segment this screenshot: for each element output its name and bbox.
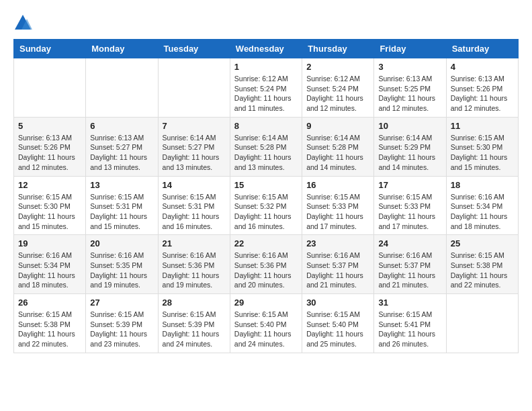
calendar-cell: 20Sunrise: 6:16 AM Sunset: 5:35 PM Dayli…: [86, 235, 158, 294]
day-number: 31: [378, 298, 441, 308]
day-number: 5: [18, 121, 81, 131]
day-number: 3: [378, 62, 441, 72]
day-number: 24: [378, 238, 441, 248]
calendar-cell: 22Sunrise: 6:16 AM Sunset: 5:36 PM Dayli…: [230, 235, 302, 294]
day-info: Sunrise: 6:15 AM Sunset: 5:32 PM Dayligh…: [234, 192, 298, 232]
day-info: Sunrise: 6:15 AM Sunset: 5:40 PM Dayligh…: [234, 310, 298, 349]
day-info: Sunrise: 6:16 AM Sunset: 5:34 PM Dayligh…: [451, 192, 514, 232]
day-info: Sunrise: 6:13 AM Sunset: 5:26 PM Dayligh…: [18, 133, 81, 173]
week-row-1: 5Sunrise: 6:13 AM Sunset: 5:26 PM Daylig…: [14, 117, 519, 176]
calendar-cell: 1Sunrise: 6:12 AM Sunset: 5:24 PM Daylig…: [230, 58, 302, 118]
day-info: Sunrise: 6:15 AM Sunset: 5:39 PM Dayligh…: [90, 310, 153, 349]
day-number: 17: [378, 180, 441, 190]
day-number: 14: [163, 180, 226, 190]
calendar-cell: [86, 58, 158, 118]
day-info: Sunrise: 6:13 AM Sunset: 5:27 PM Dayligh…: [90, 133, 153, 173]
calendar-cell: 25Sunrise: 6:15 AM Sunset: 5:38 PM Dayli…: [446, 235, 518, 294]
calendar-cell: 23Sunrise: 6:16 AM Sunset: 5:37 PM Dayli…: [302, 235, 374, 294]
calendar-cell: 9Sunrise: 6:14 AM Sunset: 5:28 PM Daylig…: [302, 117, 374, 176]
week-row-0: 1Sunrise: 6:12 AM Sunset: 5:24 PM Daylig…: [14, 58, 519, 118]
day-info: Sunrise: 6:15 AM Sunset: 5:40 PM Dayligh…: [306, 310, 369, 349]
calendar-cell: 29Sunrise: 6:15 AM Sunset: 5:40 PM Dayli…: [230, 294, 302, 353]
day-number: 18: [451, 180, 514, 190]
header-monday: Monday: [86, 40, 158, 58]
day-info: Sunrise: 6:16 AM Sunset: 5:34 PM Dayligh…: [18, 250, 81, 290]
day-info: Sunrise: 6:13 AM Sunset: 5:25 PM Dayligh…: [378, 74, 441, 113]
day-number: 4: [451, 62, 514, 72]
calendar-cell: 15Sunrise: 6:15 AM Sunset: 5:32 PM Dayli…: [230, 176, 302, 235]
day-number: 30: [306, 298, 369, 308]
calendar-cell: 17Sunrise: 6:15 AM Sunset: 5:33 PM Dayli…: [374, 176, 446, 235]
calendar-cell: 14Sunrise: 6:15 AM Sunset: 5:31 PM Dayli…: [158, 176, 230, 235]
day-number: 1: [234, 62, 298, 72]
day-number: 26: [18, 298, 81, 308]
calendar-cell: 3Sunrise: 6:13 AM Sunset: 5:25 PM Daylig…: [374, 58, 446, 118]
day-info: Sunrise: 6:16 AM Sunset: 5:35 PM Dayligh…: [90, 250, 153, 290]
calendar-cell: 13Sunrise: 6:15 AM Sunset: 5:31 PM Dayli…: [86, 176, 158, 235]
day-info: Sunrise: 6:15 AM Sunset: 5:31 PM Dayligh…: [90, 192, 153, 232]
calendar-cell: 28Sunrise: 6:15 AM Sunset: 5:39 PM Dayli…: [158, 294, 230, 353]
day-number: 12: [18, 180, 81, 190]
day-number: 15: [234, 180, 298, 190]
day-info: Sunrise: 6:14 AM Sunset: 5:28 PM Dayligh…: [306, 133, 369, 173]
calendar-cell: 6Sunrise: 6:13 AM Sunset: 5:27 PM Daylig…: [86, 117, 158, 176]
header-tuesday: Tuesday: [158, 40, 230, 58]
day-number: 2: [306, 62, 369, 72]
calendar-cell: 4Sunrise: 6:13 AM Sunset: 5:26 PM Daylig…: [446, 58, 518, 118]
day-info: Sunrise: 6:12 AM Sunset: 5:24 PM Dayligh…: [306, 74, 369, 113]
day-number: 27: [90, 298, 153, 308]
calendar-header-row: SundayMondayTuesdayWednesdayThursdayFrid…: [14, 40, 519, 58]
day-number: 7: [163, 121, 226, 131]
day-number: 16: [306, 180, 369, 190]
calendar-cell: 5Sunrise: 6:13 AM Sunset: 5:26 PM Daylig…: [14, 117, 86, 176]
calendar-cell: 11Sunrise: 6:15 AM Sunset: 5:30 PM Dayli…: [446, 117, 518, 176]
day-info: Sunrise: 6:15 AM Sunset: 5:33 PM Dayligh…: [378, 192, 441, 232]
calendar-cell: 12Sunrise: 6:15 AM Sunset: 5:30 PM Dayli…: [14, 176, 86, 235]
week-row-4: 26Sunrise: 6:15 AM Sunset: 5:38 PM Dayli…: [14, 294, 519, 353]
calendar-cell: 30Sunrise: 6:15 AM Sunset: 5:40 PM Dayli…: [302, 294, 374, 353]
day-number: 23: [306, 238, 369, 248]
calendar-cell: 19Sunrise: 6:16 AM Sunset: 5:34 PM Dayli…: [14, 235, 86, 294]
logo: [13, 13, 35, 32]
day-info: Sunrise: 6:15 AM Sunset: 5:39 PM Dayligh…: [163, 310, 226, 349]
calendar-cell: [14, 58, 86, 118]
header-friday: Friday: [374, 40, 446, 58]
day-info: Sunrise: 6:15 AM Sunset: 5:41 PM Dayligh…: [378, 310, 441, 349]
logo-icon: [13, 13, 32, 32]
day-info: Sunrise: 6:16 AM Sunset: 5:36 PM Dayligh…: [234, 250, 298, 290]
calendar-cell: 26Sunrise: 6:15 AM Sunset: 5:38 PM Dayli…: [14, 294, 86, 353]
day-info: Sunrise: 6:15 AM Sunset: 5:38 PM Dayligh…: [451, 250, 514, 290]
calendar-cell: [446, 294, 518, 353]
page-header: [13, 13, 519, 32]
day-info: Sunrise: 6:15 AM Sunset: 5:31 PM Dayligh…: [163, 192, 226, 232]
header-thursday: Thursday: [302, 40, 374, 58]
calendar-cell: [158, 58, 230, 118]
day-number: 22: [234, 238, 298, 248]
day-number: 10: [378, 121, 441, 131]
calendar-cell: 24Sunrise: 6:16 AM Sunset: 5:37 PM Dayli…: [374, 235, 446, 294]
day-number: 6: [90, 121, 153, 131]
calendar-cell: 27Sunrise: 6:15 AM Sunset: 5:39 PM Dayli…: [86, 294, 158, 353]
calendar-cell: 8Sunrise: 6:14 AM Sunset: 5:28 PM Daylig…: [230, 117, 302, 176]
day-number: 28: [163, 298, 226, 308]
day-number: 13: [90, 180, 153, 190]
week-row-2: 12Sunrise: 6:15 AM Sunset: 5:30 PM Dayli…: [14, 176, 519, 235]
day-number: 29: [234, 298, 298, 308]
calendar-cell: 7Sunrise: 6:14 AM Sunset: 5:27 PM Daylig…: [158, 117, 230, 176]
day-number: 9: [306, 121, 369, 131]
day-number: 20: [90, 238, 153, 248]
header-saturday: Saturday: [446, 40, 518, 58]
day-number: 21: [163, 238, 226, 248]
calendar-cell: 10Sunrise: 6:14 AM Sunset: 5:29 PM Dayli…: [374, 117, 446, 176]
day-info: Sunrise: 6:15 AM Sunset: 5:30 PM Dayligh…: [18, 192, 81, 232]
calendar-cell: 21Sunrise: 6:16 AM Sunset: 5:36 PM Dayli…: [158, 235, 230, 294]
day-info: Sunrise: 6:15 AM Sunset: 5:38 PM Dayligh…: [18, 310, 81, 349]
day-number: 8: [234, 121, 298, 131]
calendar-cell: 31Sunrise: 6:15 AM Sunset: 5:41 PM Dayli…: [374, 294, 446, 353]
day-info: Sunrise: 6:15 AM Sunset: 5:30 PM Dayligh…: [451, 133, 514, 173]
day-info: Sunrise: 6:16 AM Sunset: 5:36 PM Dayligh…: [163, 250, 226, 290]
calendar-cell: 2Sunrise: 6:12 AM Sunset: 5:24 PM Daylig…: [302, 58, 374, 118]
day-info: Sunrise: 6:12 AM Sunset: 5:24 PM Dayligh…: [234, 74, 298, 113]
day-number: 11: [451, 121, 514, 131]
calendar-table: SundayMondayTuesdayWednesdayThursdayFrid…: [13, 39, 519, 353]
